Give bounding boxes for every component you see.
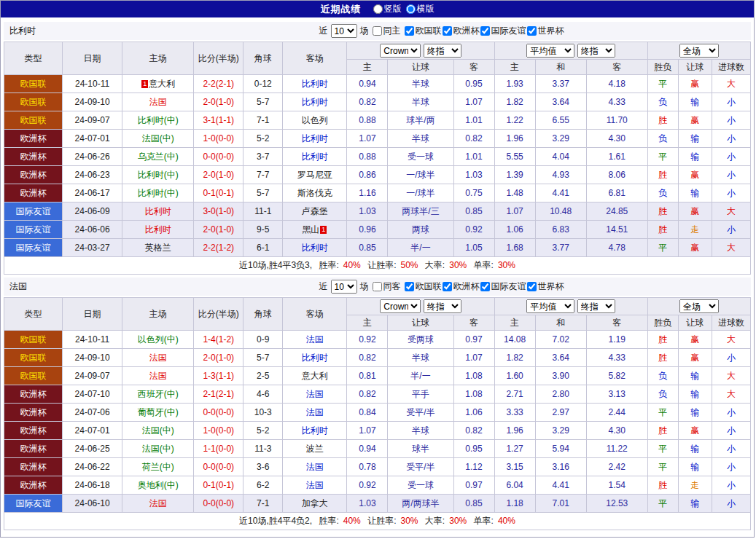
competition-filter[interactable]: 国际友谊 xyxy=(480,280,526,293)
col-avg-home: 主 xyxy=(494,315,535,331)
same-venue-checkbox[interactable] xyxy=(373,282,382,291)
result-cell: 平 xyxy=(647,75,678,93)
horizontal-radio[interactable] xyxy=(406,4,416,14)
away-team: 法国 xyxy=(283,476,347,495)
avg-home-odds: 1.82 xyxy=(494,349,535,367)
avg-away-odds: 4.33 xyxy=(586,93,647,111)
scope-select[interactable]: 全场 xyxy=(679,299,719,313)
match-date: 24-07-01 xyxy=(63,130,122,148)
corner-score: 0-9 xyxy=(243,331,283,349)
col-home: 主场 xyxy=(122,42,194,75)
match-score: 0-0(0-0) xyxy=(194,404,243,422)
avg-away-odds: 3.13 xyxy=(586,385,647,404)
match-date: 24-06-25 xyxy=(63,440,122,458)
away-team-name: 法国 xyxy=(306,407,324,417)
avg-away-odds: 8.06 xyxy=(586,166,647,184)
away-team-name: 意大利 xyxy=(302,371,328,381)
bookmaker-select[interactable]: Crown xyxy=(380,44,421,58)
home-team: 法国 xyxy=(122,93,194,111)
away-team: 斯洛伐克 xyxy=(283,184,347,202)
bookmaker-select[interactable]: Crown xyxy=(380,299,421,313)
competition-label: 欧洲杯 xyxy=(453,25,480,37)
avg-draw-odds: 3.29 xyxy=(535,130,586,148)
away-team-name: 卢森堡 xyxy=(302,206,328,216)
competition-checkbox[interactable] xyxy=(480,282,490,291)
index-type-select[interactable]: 终指 xyxy=(424,44,461,58)
home-team-name: 法国(中) xyxy=(142,425,174,436)
avg-home-odds: 1.48 xyxy=(494,184,535,202)
match-row: 国际友谊 24-06-10 法国 0-0(0-0) 7-1 加拿大 1.03 两… xyxy=(4,495,751,513)
index-type-select-2[interactable]: 终指 xyxy=(577,44,615,58)
view-vertical-option[interactable]: 竖版 xyxy=(373,3,402,15)
competition-filter[interactable]: 欧国联 xyxy=(404,25,442,37)
filter-group: 近 10 场 同客 欧国联欧洲杯国际友谊世界杯 xyxy=(319,280,564,294)
team-header-france: 法国 近 10 场 同客 欧国联欧洲杯国际友谊世界杯 xyxy=(4,278,751,296)
scope-select[interactable]: 全场 xyxy=(679,44,719,58)
view-horizontal-option[interactable]: 横版 xyxy=(406,3,434,15)
avg-home-odds: 1.68 xyxy=(494,239,535,257)
same-venue-filter[interactable]: 同主 xyxy=(372,25,401,37)
col-type: 类型 xyxy=(4,42,63,75)
away-team: 波兰 xyxy=(283,440,347,458)
handicap-line: 球半/两 xyxy=(388,111,453,130)
handicap-away-odds: 1.03 xyxy=(453,166,494,184)
filter-group: 近 10 场 同主 欧国联欧洲杯国际友谊世界杯 xyxy=(319,24,564,38)
average-select[interactable]: 平均值 xyxy=(526,299,574,313)
same-venue-checkbox[interactable] xyxy=(373,26,382,36)
match-score: 2-1(2-1) xyxy=(194,385,243,404)
index-type-select[interactable]: 终指 xyxy=(424,299,461,313)
away-team: 以色列 xyxy=(283,111,347,130)
avg-draw-odds: 10.48 xyxy=(535,202,586,221)
goals-result-cell: 小 xyxy=(712,184,750,202)
avg-away-odds: 11.70 xyxy=(586,111,647,130)
competition-type: 欧洲杯 xyxy=(4,166,63,184)
competition-checkbox[interactable] xyxy=(443,282,452,291)
corner-score: 9-5 xyxy=(243,221,283,239)
competition-checkbox[interactable] xyxy=(443,26,452,36)
vertical-radio[interactable] xyxy=(373,4,383,14)
competition-checkbox[interactable] xyxy=(480,26,490,36)
col-goals: 进球数 xyxy=(712,60,750,75)
col-type: 类型 xyxy=(4,298,63,331)
index-type-select-2[interactable]: 终指 xyxy=(577,299,615,313)
goals-result-cell: 小 xyxy=(712,440,750,458)
competition-type: 欧国联 xyxy=(4,367,63,385)
result-cell: 胜 xyxy=(647,221,678,239)
competition-type: 欧洲杯 xyxy=(4,422,63,440)
handicap-home-odds: 0.82 xyxy=(347,93,388,111)
competition-type: 国际友谊 xyxy=(4,221,63,239)
same-venue-filter[interactable]: 同客 xyxy=(372,280,401,293)
competition-checkbox[interactable] xyxy=(405,282,414,291)
avg-away-odds: 24.85 xyxy=(586,202,647,221)
competition-filter[interactable]: 国际友谊 xyxy=(480,25,526,37)
odd-rate-label: 单率: xyxy=(474,516,494,526)
home-team: 1意大利 xyxy=(122,75,194,93)
match-row: 欧国联 24-09-10 法国 2-0(1-0) 5-7 比利时 0.82 半球… xyxy=(4,349,751,367)
competition-filter[interactable]: 欧国联 xyxy=(404,280,442,293)
competition-filter[interactable]: 世界杯 xyxy=(526,280,564,293)
recent-count-select[interactable]: 10 xyxy=(331,280,357,294)
competition-filter[interactable]: 世界杯 xyxy=(526,25,564,37)
corner-score: 7-1 xyxy=(243,111,283,130)
team-header-belgium: 比利时 近 10 场 同主 欧国联欧洲杯国际友谊世界杯 xyxy=(4,22,751,40)
match-date: 24-06-18 xyxy=(63,476,122,495)
handicap-result-cell: 输 xyxy=(678,367,712,385)
competition-type: 欧洲杯 xyxy=(4,184,63,202)
match-row: 欧洲杯 24-06-23 比利时(中) 2-0(1-0) 7-7 罗马尼亚 0.… xyxy=(4,166,751,184)
home-team-name: 以色列(中) xyxy=(138,334,179,345)
recent-count-select[interactable]: 10 xyxy=(331,24,357,38)
competition-checkbox[interactable] xyxy=(527,26,537,36)
handicap-home-odds: 0.96 xyxy=(347,221,388,239)
average-select[interactable]: 平均值 xyxy=(526,44,574,58)
competition-filter[interactable]: 欧洲杯 xyxy=(442,25,480,37)
avg-home-odds: 2.71 xyxy=(494,385,535,404)
competition-checkbox[interactable] xyxy=(405,26,414,36)
match-rows: 欧国联 24-10-11 以色列(中) 1-4(1-2) 0-9 法国 0.92… xyxy=(4,331,751,513)
competition-filter[interactable]: 欧洲杯 xyxy=(442,280,480,293)
result-cell: 负 xyxy=(647,367,678,385)
corner-score: 5-7 xyxy=(243,184,283,202)
handicap-result-cell: 输 xyxy=(678,440,712,458)
competition-checkbox[interactable] xyxy=(527,282,537,291)
match-score: 1-1(0-0) xyxy=(194,440,243,458)
handicap-home-odds: 0.88 xyxy=(347,111,388,130)
